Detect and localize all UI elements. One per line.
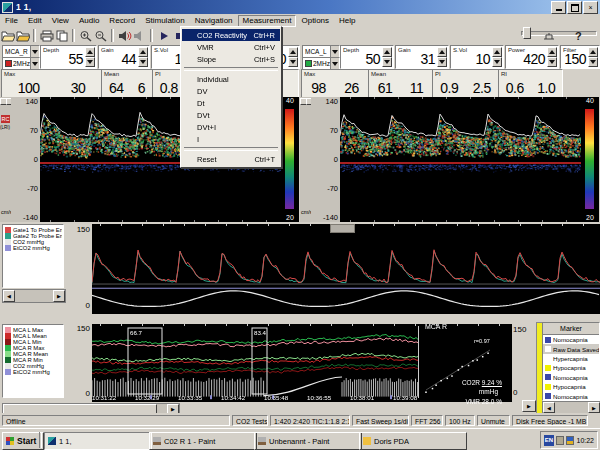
marker-row[interactable]: Hypocapnia [543,382,599,391]
spin-up-button[interactable] [437,47,447,57]
menu-stimulation[interactable]: Stimulation [140,15,190,27]
task-button[interactable]: 1 1, [44,432,152,450]
task-button[interactable]: Doris PDA [359,432,467,450]
stat-values: 9826 [302,80,368,96]
close-icon: × [588,4,592,11]
marker-row[interactable]: Hypocapnia [543,363,599,372]
menu-measurement[interactable]: Measurement [238,15,297,27]
envelope-trend-canvas[interactable] [92,224,600,314]
menu-record[interactable]: Record [104,15,140,27]
spin-up-button[interactable] [85,47,95,57]
marker-row[interactable]: Nomocapnia [543,373,599,382]
minimize-button[interactable] [551,1,566,14]
menu-item-dt[interactable]: Dt [182,97,280,109]
menu-item-dvt-i[interactable]: DVt+I [182,121,280,133]
volume-slider-track[interactable] [521,31,597,36]
depth-field[interactable]: Depth50 [340,45,394,69]
spin-up-button[interactable] [382,47,392,57]
menu-item-co2-reactivity[interactable]: CO2 ReactivityCtrl+R [182,29,280,41]
marker-row[interactable]: Nomocapnia [543,391,599,400]
y-tick-label: -140 [23,213,38,222]
scroll-right-arrow-icon[interactable]: ▶ [588,402,600,413]
legend-item[interactable]: EtCO2 mmHg [4,369,62,375]
help-icon[interactable]: ? [570,28,585,43]
probe-tool-icon[interactable] [541,28,556,43]
task-label: Unbenannt - Paint [269,437,329,446]
marker-label: Hypocapnia [553,383,586,390]
power-field[interactable]: Power420 [505,45,559,69]
menu-view[interactable]: View [47,15,74,27]
spectrogram-right-canvas[interactable] [340,97,581,222]
tray-icon[interactable] [556,436,564,445]
time-tick-label: 10:36:55 [307,394,331,401]
spin-down-button[interactable] [85,57,95,67]
scroll-left-arrow-icon[interactable]: ◀ [3,290,15,302]
menu-navigation[interactable]: Navigation [190,15,238,27]
spin-up-button[interactable] [492,47,502,57]
menu-item-i[interactable]: I [182,133,280,145]
menu-item-individual[interactable]: Individual [182,73,280,85]
depth-field[interactable]: Depth55 [40,45,97,69]
spin-up-button[interactable] [138,47,148,57]
marker-row[interactable]: Nomocapnia [543,335,599,344]
trend-legend-scrollbar[interactable]: ◀ ▶ [2,289,66,303]
zoom-in-icon[interactable] [78,28,93,43]
legend-item[interactable]: EtCO2 mmHg [4,245,62,251]
spin-down-button[interactable] [547,57,557,67]
speaker-on-icon[interactable] [117,28,132,43]
scroll-left-arrow-icon[interactable]: ◀ [543,402,555,413]
spin-down-button[interactable] [382,57,392,67]
spin-up-button[interactable] [288,47,298,57]
copy-icon[interactable] [54,28,69,43]
task-button[interactable]: Unbenannt - Paint [254,432,362,450]
svol-field[interactable]: S.Vol10 [450,45,504,69]
chart-scroll-right-arrow-icon[interactable]: ▶ [522,400,536,412]
menu-item-vmr[interactable]: VMRCtrl+V [182,41,280,53]
open-icon[interactable] [0,28,15,43]
menu-item-reset[interactable]: ResetCtrl+T [182,153,280,165]
marker-row[interactable]: Raw Data Saved [543,344,599,353]
marker-row[interactable]: Hypercapnia [543,354,599,363]
start-button[interactable]: Start [2,432,44,450]
keyboard-layout-indicator[interactable]: EN [544,435,554,446]
tray-icon[interactable] [566,436,574,445]
menu-options[interactable]: Options [296,15,334,27]
status-segment: 100 Hz [445,415,475,426]
spin-down-button[interactable] [138,57,148,67]
spin-down-button[interactable] [492,57,502,67]
colorbar-max-label: 40 [281,97,299,104]
chevron-down-icon[interactable] [30,58,39,69]
task-button[interactable]: C02 R 1 - Paint [149,432,257,450]
print-icon[interactable] [39,28,54,43]
trend-scroll-thumb[interactable] [330,224,355,233]
co2r-unit: mmHg [440,388,498,395]
open-color-icon[interactable] [15,28,30,43]
menu-edit[interactable]: Edit [23,15,47,27]
menu-item-slope[interactable]: SlopeCtrl+S [182,53,280,65]
chevron-down-icon[interactable] [330,58,339,69]
maximize-button[interactable] [567,1,582,14]
chevron-down-icon[interactable] [330,46,339,57]
menu-file[interactable]: File [0,15,23,27]
gain-field[interactable]: Gain31 [395,45,449,69]
menu-audio[interactable]: Audio [74,15,104,27]
volume-slider-thumb[interactable] [523,27,531,39]
filter-field[interactable]: Filter150 [560,45,600,69]
spin-down-button[interactable] [437,57,447,67]
menu-help[interactable]: Help [334,15,360,27]
speaker-off-icon[interactable] [132,28,147,43]
spin-up-button[interactable] [588,47,598,57]
chevron-down-icon[interactable] [30,46,39,57]
menu-item-dvt[interactable]: DVt [182,109,280,121]
close-button[interactable]: × [583,1,598,14]
menu-item-dv[interactable]: DV [182,85,280,97]
gain-field[interactable]: Gain44 [98,45,150,69]
stat-value: 26 [344,80,359,96]
play-icon[interactable] [156,28,171,43]
zoom-out-icon[interactable] [93,28,108,43]
spin-up-button[interactable] [547,47,557,57]
spin-down-button[interactable] [588,57,598,67]
spin-down-button[interactable] [288,57,298,67]
trend-scale-min: 0 [64,301,90,310]
status-segment: 1:420 2:420 TIC:1:1.8 2:1.8 [270,415,350,426]
